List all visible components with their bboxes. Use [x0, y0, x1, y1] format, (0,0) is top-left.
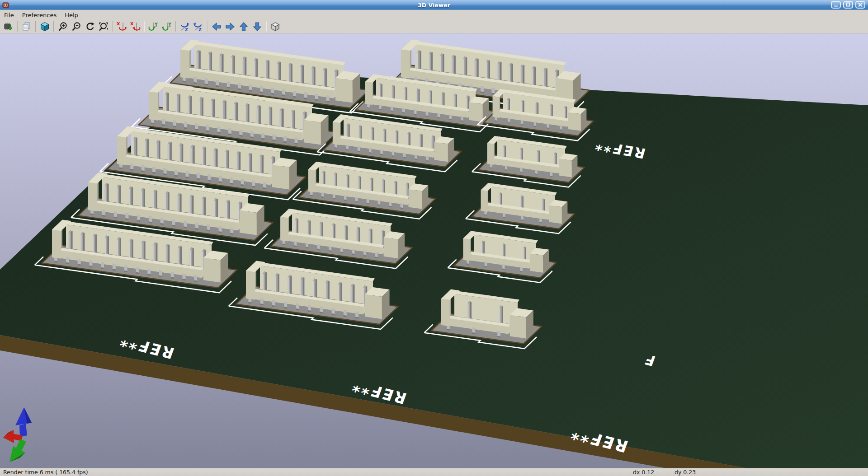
menu-preferences[interactable]: Preferences: [18, 11, 61, 19]
redraw-button[interactable]: [83, 20, 97, 33]
toolbar-separator: [35, 21, 36, 32]
reload-board-icon: [3, 21, 14, 32]
rotate-y-cw-button[interactable]: Y: [146, 20, 160, 33]
rotate-z-cw-icon: Z: [179, 21, 190, 32]
rotate-x-ccw-icon: X: [130, 21, 141, 32]
pan-up-button[interactable]: [237, 20, 250, 33]
toolbar-separator: [175, 21, 176, 32]
pan-right-button[interactable]: [223, 20, 237, 33]
maximize-icon: [845, 2, 851, 7]
minimize-icon: [833, 2, 839, 7]
zoom-in-icon: [57, 21, 68, 32]
ortho-cube-icon: [270, 21, 281, 32]
close-icon: [858, 2, 863, 7]
svg-text:Y: Y: [168, 21, 171, 26]
window-title: 3D Viewer: [0, 2, 868, 9]
rotate-y-ccw-button[interactable]: Y: [160, 20, 174, 33]
toolbar-separator: [53, 21, 54, 32]
window-titlebar[interactable]: 3D Viewer: [0, 0, 868, 10]
pan-up-icon: [238, 21, 249, 32]
toolbar-separator: [266, 21, 267, 32]
pan-right-icon: [225, 21, 236, 32]
render-cube-icon: [39, 21, 50, 32]
svg-text:Z: Z: [198, 27, 202, 32]
redraw-icon: [85, 21, 95, 32]
pan-down-button[interactable]: [250, 20, 264, 33]
minimize-button[interactable]: [831, 1, 841, 9]
rotate-x-cw-icon: X: [116, 21, 127, 32]
zoom-out-button[interactable]: [70, 20, 83, 33]
rotate-z-ccw-button[interactable]: Z: [192, 20, 205, 33]
svg-text:Z: Z: [185, 27, 188, 32]
maximize-button[interactable]: [843, 1, 853, 9]
reload-board-button[interactable]: [2, 20, 15, 33]
menu-help[interactable]: Help: [61, 11, 82, 19]
toolbar-separator: [112, 21, 113, 32]
rotate-z-ccw-icon: Z: [193, 21, 204, 32]
svg-text:Y: Y: [154, 21, 158, 26]
3d-viewport-canvas[interactable]: REF**REF**REF**REF**F: [0, 33, 868, 468]
3d-viewport: REF**REF**REF**REF**F: [0, 33, 868, 468]
zoom-fit-icon: [98, 21, 109, 32]
pan-left-button[interactable]: [210, 20, 223, 33]
zoom-in-button[interactable]: [56, 20, 70, 33]
toolbar-separator: [207, 21, 208, 32]
toolbar-separator: [144, 21, 145, 32]
rotate-y-cw-icon: Y: [148, 21, 159, 32]
rotate-y-ccw-icon: Y: [161, 21, 172, 32]
zoom-out-icon: [71, 21, 82, 32]
svg-text:X: X: [117, 21, 120, 26]
rotate-z-cw-button[interactable]: Z: [178, 20, 192, 33]
menu-file[interactable]: File: [0, 11, 18, 19]
status-bar: Render time 6 ms ( 165.4 fps) dx 0.12 dy…: [0, 468, 868, 476]
pan-left-icon: [211, 21, 222, 32]
rotate-x-ccw-button[interactable]: X: [128, 20, 142, 33]
dx-status: dx 0.12: [633, 469, 654, 476]
zoom-fit-button[interactable]: [97, 20, 110, 33]
render-options-button[interactable]: [38, 20, 52, 33]
rotate-x-cw-button[interactable]: X: [115, 20, 128, 33]
copy-image-icon: [21, 21, 32, 32]
pan-down-icon: [252, 21, 263, 32]
close-button[interactable]: [855, 1, 865, 9]
svg-text:X: X: [130, 21, 134, 26]
menu-bar: File Preferences Help: [0, 10, 868, 20]
render-time-status: Render time 6 ms ( 165.4 fps): [3, 469, 88, 476]
orthographic-button[interactable]: [269, 20, 282, 33]
toolbar: X X Y Y Z Z: [0, 20, 868, 33]
toolbar-separator: [17, 21, 18, 32]
copy-image-button[interactable]: [20, 20, 33, 33]
dy-status: dy 0.23: [675, 469, 696, 476]
